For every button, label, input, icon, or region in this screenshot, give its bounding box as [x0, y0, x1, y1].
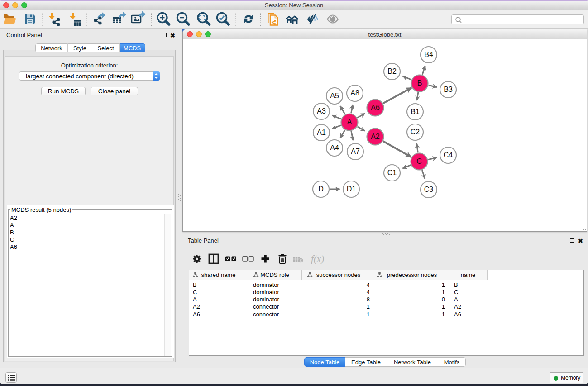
svg-text:B: B — [417, 79, 422, 87]
svg-text:A8: A8 — [350, 89, 359, 97]
svg-text:A7: A7 — [351, 148, 360, 155]
svg-text:B4: B4 — [424, 51, 433, 58]
svg-text:A1: A1 — [317, 129, 326, 136]
svg-text:A: A — [347, 118, 352, 126]
svg-text:C1: C1 — [387, 169, 397, 176]
svg-text:A5: A5 — [330, 92, 339, 100]
svg-text:B2: B2 — [387, 67, 397, 75]
svg-text:A6: A6 — [371, 104, 380, 111]
svg-text:A2: A2 — [371, 133, 380, 140]
svg-text:f(x): f(x) — [311, 253, 324, 264]
svg-text:B1: B1 — [411, 108, 420, 115]
svg-text:D1: D1 — [347, 185, 356, 193]
svg-text:C4: C4 — [444, 151, 453, 159]
svg-text:A3: A3 — [317, 107, 326, 115]
svg-text:C2: C2 — [411, 128, 420, 136]
svg-text:A4: A4 — [330, 144, 339, 152]
svg-text:D: D — [318, 185, 324, 193]
svg-text:C3: C3 — [424, 186, 434, 193]
svg-text:C: C — [416, 157, 422, 165]
svg-text:B3: B3 — [444, 86, 453, 93]
